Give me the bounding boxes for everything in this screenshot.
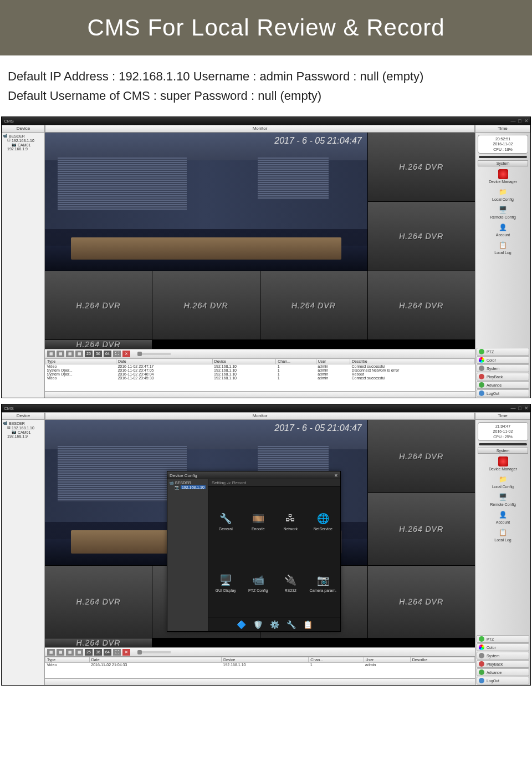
grid-9-icon[interactable]: ▦ — [66, 351, 74, 357]
log-row[interactable]: Video2016-11-02 21:04:33192.168.1.101adm… — [45, 663, 475, 667]
video-cell[interactable]: H.264 DVR — [368, 202, 475, 271]
dialog-close-icon[interactable]: ✕ — [334, 473, 338, 478]
local-config-button[interactable]: 📁Local Config — [475, 474, 530, 489]
grid-16-icon[interactable]: ▦ — [75, 351, 83, 357]
log-col-header[interactable]: Describe — [350, 359, 474, 364]
local-log-button[interactable]: 📋Local Log — [475, 527, 530, 542]
grid-9-icon[interactable]: ▦ — [66, 649, 74, 656]
grid-1-icon[interactable]: ▦ — [47, 649, 55, 656]
log-row[interactable]: Video2016-11-02 20:45:30192.168.1.101adm… — [45, 376, 475, 380]
remote-config-button[interactable]: 🖥️Remote Config — [475, 205, 530, 219]
maximize-icon[interactable]: □ — [517, 405, 523, 411]
color-button[interactable]: Color — [477, 643, 529, 651]
gui-display-button[interactable]: 🖥️GUI Display — [212, 554, 240, 611]
grid-64-button[interactable]: 64 — [104, 649, 111, 656]
color-button[interactable]: Color — [477, 356, 529, 364]
local-config-button[interactable]: 📁Local Config — [475, 187, 530, 201]
nav-icon-1[interactable]: 🔷 — [236, 620, 247, 630]
log-row[interactable]: System Oper...2016-11-02 20:47:05192.168… — [45, 368, 475, 372]
netservice-button[interactable]: 🌐NetService — [309, 493, 337, 550]
tree-root[interactable]: 📹 BESDER — [3, 421, 43, 425]
general-button[interactable]: 🔧General — [212, 493, 240, 550]
tree-ip2[interactable]: 192.168.1.9 — [3, 434, 43, 438]
device-manager-button[interactable]: Device Manager — [475, 456, 530, 471]
camera-param-button[interactable]: 📷Camera param. — [309, 554, 337, 611]
dialog-tree-item[interactable]: 📷 192.168.1.10 — [169, 485, 206, 490]
advance-button[interactable]: Advance — [477, 668, 529, 676]
video-cell-main[interactable]: 2017 - 6 - 05 21:04:47 — [45, 133, 367, 270]
grid-1-icon[interactable]: ▦ — [47, 351, 55, 357]
log-col-header[interactable]: Date — [116, 359, 212, 364]
playback-button[interactable]: PlayBack — [477, 373, 529, 380]
grid-4-icon[interactable]: ▦ — [57, 649, 64, 656]
log-col-header[interactable]: User — [364, 657, 410, 663]
zoom-slider[interactable] — [137, 353, 171, 355]
ptz-button[interactable]: PTZ — [477, 635, 529, 643]
disconnect-icon[interactable]: ✕ — [122, 649, 130, 656]
grid-25-button[interactable]: 25 — [85, 351, 93, 357]
encode-button[interactable]: 🎞️Encode — [244, 493, 273, 550]
nav-icon-2[interactable]: 🛡️ — [252, 620, 263, 630]
grid-25-button[interactable]: 25 — [85, 649, 93, 656]
grid-4-icon[interactable]: ▦ — [57, 351, 64, 357]
video-cell[interactable]: H.264 DVR — [368, 420, 475, 492]
zoom-slider[interactable] — [137, 651, 171, 653]
minimize-icon[interactable]: — — [510, 405, 516, 411]
log-row[interactable]: Video2016-11-02 20:47:17192.168.1.101adm… — [45, 364, 475, 369]
tree-ip2[interactable]: 192.168.1.9 — [3, 147, 43, 151]
video-cell[interactable]: H.264 DVR — [45, 638, 152, 647]
device-manager-button[interactable]: Device Manager — [475, 169, 530, 184]
nav-icon-3[interactable]: ⚙️ — [269, 620, 280, 630]
log-row[interactable]: System Oper...2016-11-02 20:46:04192.168… — [45, 372, 475, 376]
rs232-button[interactable]: 🔌RS232 — [277, 554, 305, 611]
system-button[interactable]: System — [477, 652, 529, 659]
log-col-header[interactable]: Device — [222, 657, 309, 663]
video-cell[interactable]: H.264 DVR — [368, 133, 475, 201]
grid-36-button[interactable]: 36 — [94, 649, 102, 656]
log-col-header[interactable]: Describe — [410, 657, 474, 663]
video-cell[interactable]: H.264 DVR — [260, 271, 367, 340]
logout-button[interactable]: LogOut — [477, 389, 529, 397]
log-col-header[interactable]: Chan... — [276, 359, 316, 364]
playback-button[interactable]: PlayBack — [477, 660, 529, 668]
account-button[interactable]: 👤Account — [475, 510, 530, 524]
minimize-icon[interactable]: — — [510, 118, 516, 124]
log-col-header[interactable]: Chan... — [309, 657, 364, 663]
advance-button[interactable]: Advance — [477, 381, 529, 389]
logout-button[interactable]: LogOut — [477, 677, 529, 684]
local-log-button[interactable]: 📋Local Log — [475, 240, 530, 255]
remote-config-button[interactable]: 🖥️Remote Config — [475, 492, 530, 506]
system-button[interactable]: System — [477, 364, 529, 372]
log-col-header[interactable]: Type — [45, 657, 90, 663]
log-col-header[interactable]: User — [316, 359, 350, 364]
fullscreen-icon[interactable]: ⛶ — [113, 351, 121, 357]
grid-36-button[interactable]: 36 — [94, 351, 102, 357]
close-icon[interactable]: ✕ — [524, 405, 529, 411]
video-cell[interactable]: H.264 DVR — [45, 566, 152, 638]
maximize-icon[interactable]: □ — [517, 118, 523, 124]
nav-icon-4[interactable]: 🔧 — [285, 620, 296, 630]
account-button[interactable]: 👤Account — [475, 222, 530, 237]
video-cell[interactable]: H.264 DVR — [45, 271, 152, 340]
tree-root[interactable]: 📹 BESDER — [3, 134, 43, 138]
ptz-config-button[interactable]: 📹PTZ Config — [244, 554, 273, 611]
tree-cam[interactable]: 📷 CAM01 — [3, 430, 43, 434]
log-col-header[interactable]: Type — [45, 359, 116, 364]
video-cell[interactable]: H.264 DVR — [368, 493, 475, 565]
video-cell[interactable]: H.264 DVR — [152, 271, 259, 340]
disconnect-icon[interactable]: ✕ — [122, 351, 130, 357]
tree-ip1[interactable]: ⊟ 192.168.1.10 — [3, 425, 43, 430]
close-icon[interactable]: ✕ — [524, 118, 529, 124]
video-cell[interactable]: H.264 DVR — [45, 340, 152, 349]
grid-64-button[interactable]: 64 — [104, 351, 111, 357]
video-cell[interactable]: H.264 DVR — [368, 566, 475, 638]
ptz-button[interactable]: PTZ — [477, 348, 529, 356]
nav-icon-5[interactable]: 📋 — [302, 620, 313, 630]
fullscreen-icon[interactable]: ⛶ — [113, 649, 121, 656]
log-col-header[interactable]: Device — [212, 359, 276, 364]
video-cell[interactable]: H.264 DVR — [368, 271, 475, 340]
grid-16-icon[interactable]: ▦ — [75, 649, 83, 656]
tree-ip1[interactable]: ⊟ 192.168.1.10 — [3, 138, 43, 143]
network-button[interactable]: 🖧Network — [277, 493, 305, 550]
log-col-header[interactable]: Date — [89, 657, 221, 663]
